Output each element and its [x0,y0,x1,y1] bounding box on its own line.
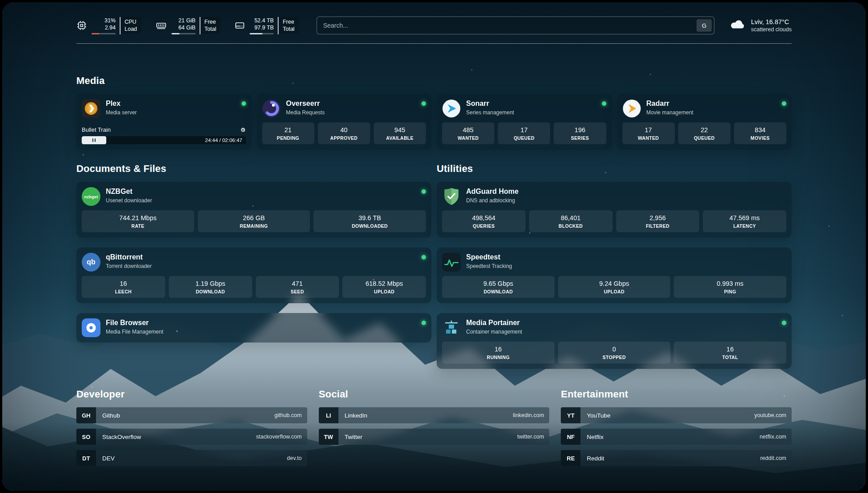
ram-free-label: Free [204,18,216,25]
card-qbittorrent[interactable]: qb qBittorrent Torrent downloader 16 LEE… [76,247,431,303]
status-dot [421,321,426,325]
bookmark-reddit[interactable]: RE Reddit reddit.com [561,450,792,466]
service-name: Media Portainer [466,318,778,327]
cpu-load-value: 2.94 [105,24,116,31]
ram-free-value: 21 GiB [179,17,196,24]
playback-progress-bar[interactable]: 24:44 / 02:06:47 [82,136,246,144]
bookmark-youtube[interactable]: YT YouTube youtube.com [561,407,792,423]
stat-running: 16 RUNNING [442,342,555,363]
now-playing-title: Bullet Train [82,126,111,133]
stat-seed: 471 SEED [256,276,339,298]
bookmark-url: linkedin.com [513,412,544,418]
stat-downloaded: 39.6 TB DOWNLOADED [313,210,426,232]
service-subtitle: Media File Management [106,329,418,335]
adguard-icon [442,187,461,206]
disk-free-value: 52.4 TB [255,17,274,24]
stat-movies: 834 MOVIES [734,122,786,144]
section-utilities: Utilities AdGuard Home DNS and adblockin… [437,163,792,369]
bookmark-netflix[interactable]: NF Netflix netflix.com [561,429,792,445]
service-subtitle: Media Requests [286,109,418,116]
ram-total-value: 64 GiB [179,24,196,31]
disk-free-label: Free [283,18,294,25]
section-media: Media Plex Media server Bullet [76,75,792,150]
cpu-monitor: 31% 2.94 CPU Load [76,17,141,34]
bookmark-name: DEV [102,455,287,462]
service-name: Radarr [647,99,779,108]
service-name: Sonarr [466,99,598,108]
weather-condition: scattered clouds [751,26,792,33]
stat-wanted: 17 WANTED [622,122,675,144]
bookmark-name: Twitter [345,434,517,440]
bookmark-name: Github [102,412,275,419]
bookmark-url: twitter.com [517,434,544,440]
service-subtitle: Speedtest Tracking [466,263,786,270]
bookmark-github[interactable]: GH Github github.com [76,407,307,423]
top-bar: 31% 2.94 CPU Load 21 GiB [76,17,792,34]
snow-specks [2,2,4,4]
service-name: AdGuard Home [466,187,786,196]
playback-time: 24:44 / 02:06:47 [205,136,242,144]
search-input[interactable] [317,17,714,34]
plex-icon [82,99,100,118]
card-portainer[interactable]: Media Portainer Container management 16 … [437,313,792,369]
ram-icon [155,20,167,31]
card-adguard[interactable]: AdGuard Home DNS and adblocking 498,564 … [437,182,792,238]
cpu-usage-bar [92,33,116,34]
disk-total-value: 97.9 TB [255,24,274,31]
bookmark-abbr: RE [561,450,580,466]
status-dot [421,255,426,259]
cpu-chip-icon [76,20,87,31]
section-entertainment: Entertainment YT YouTube youtube.com NF … [561,389,792,472]
section-title-utilities: Utilities [437,163,792,175]
bookmark-url: youtube.com [754,412,786,418]
gear-icon[interactable] [240,127,246,133]
section-title-entertainment: Entertainment [561,389,792,400]
stat-queued: 17 QUEUED [498,122,550,144]
service-subtitle: Movie management [647,109,779,116]
card-radarr[interactable]: Radarr Movie management 17 WANTED 22 QUE… [617,94,792,150]
section-title-social: Social [319,389,550,400]
stat-available: 945 AVAILABLE [374,122,426,144]
card-overseerr[interactable]: Overseerr Media Requests 21 PENDING 40 A… [257,94,432,150]
disk-icon [234,20,245,31]
card-filebrowser[interactable]: File Browser Media File Management [76,313,431,343]
card-speedtest[interactable]: Speedtest Speedtest Tracking 9.65 Gbps D… [437,247,792,303]
service-subtitle: Container management [466,329,778,335]
stat-download: 9.65 Gbps DOWNLOAD [442,276,555,298]
radarr-icon [622,99,641,118]
overseerr-icon [262,99,281,118]
service-name: Plex [106,99,238,108]
dashboard-screen: 31% 2.94 CPU Load 21 GiB [2,2,866,491]
bookmark-url: github.com [275,412,302,418]
search-engine-button[interactable]: G [697,19,712,32]
service-subtitle: Usenet downloader [106,197,418,204]
stat-total: 16 TOTAL [674,342,786,363]
sonarr-icon [442,99,461,118]
card-sonarr[interactable]: Sonarr Series management 485 WANTED 17 Q… [437,94,612,150]
service-name: File Browser [106,318,418,327]
card-plex[interactable]: Plex Media server Bullet Train [76,94,251,150]
status-dot [242,101,246,106]
stat-approved: 40 APPROVED [318,122,370,144]
ram-monitor: 21 GiB 64 GiB Free Total [155,17,220,34]
bookmark-url: stackoverflow.com [256,434,302,440]
stat-blocked: 86,401 BLOCKED [529,210,613,232]
speedtest-icon [442,253,461,272]
bookmark-twitter[interactable]: TW Twitter twitter.com [319,429,550,445]
stat-filtered: 2,956 FILTERED [616,210,700,232]
card-nzbget[interactable]: nzbget NZBGet Usenet downloader 744.21 M… [76,182,431,238]
stat-upload: 618.52 Mbps UPLOAD [342,276,426,298]
bookmark-linkedin[interactable]: LI LinkedIn linkedin.com [319,407,550,423]
stat-download: 1.19 Gbps DOWNLOAD [169,276,252,298]
status-dot [782,321,786,325]
search-bar: G [317,17,714,34]
bookmark-stackoverflow[interactable]: SO StackOverflow stackoverflow.com [76,429,307,445]
section-documents: Documents & Files nzbget NZBGet Usenet d… [76,163,431,343]
nzbget-icon: nzbget [82,187,100,206]
weather-widget: Lviv, 16.87°C scattered clouds [730,18,792,33]
cpu-percent: 31% [104,17,116,24]
stat-ping: 0.993 ms PING [674,276,786,298]
bookmark-dev[interactable]: DT DEV dev.to [76,450,307,466]
cpu-load-label: Load [125,25,137,33]
bookmark-name: Netflix [587,434,760,440]
